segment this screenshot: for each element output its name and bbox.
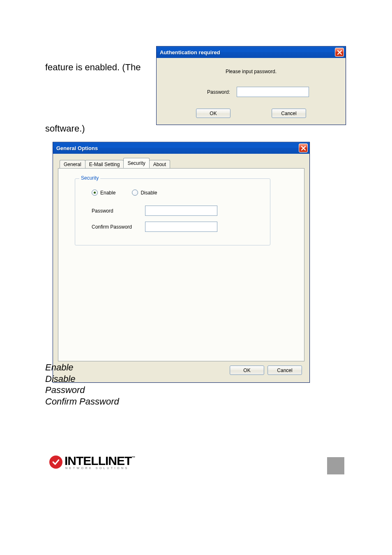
tab-about[interactable]: About [149,160,170,169]
close-icon[interactable] [335,48,344,57]
security-confirm-password-input[interactable] [145,222,217,232]
cancel-button[interactable]: Cancel [272,109,306,118]
page-number-box [327,457,344,474]
tab-email-setting[interactable]: E-Mail Setting [85,160,124,169]
tab-security[interactable]: Security [123,158,149,168]
password-input[interactable] [237,87,309,97]
auth-title: Authentication required [160,49,220,56]
password-label: Password [92,208,141,214]
term-password: Password [45,384,119,396]
term-list: Enable Disable Password Confirm Password [45,362,119,407]
disable-radio-label: Disable [141,190,157,196]
auth-message: Please input password. [157,69,346,74]
radio-icon [92,190,98,196]
cancel-button[interactable]: Cancel [267,365,302,375]
term-disable: Disable [45,373,119,385]
enable-radio[interactable]: Enable [92,190,115,196]
confirm-password-label: Confirm Password [92,224,141,230]
ok-button[interactable]: OK [196,109,231,118]
body-text-fragment: software.) [45,123,85,135]
brand-logo: INTELLINET™ NETWORK SOLUTIONS [49,455,135,469]
enable-radio-label: Enable [100,190,115,196]
radio-icon [132,190,138,196]
options-title: General Options [56,145,98,151]
options-titlebar[interactable]: General Options [53,142,309,154]
auth-dialog: Authentication required Please input pas… [156,46,346,125]
body-text-fragment: feature is enabled. (The [45,61,141,74]
security-tabpanel: Security Enable Disable Password [58,168,304,361]
close-icon[interactable] [299,143,308,153]
auth-titlebar[interactable]: Authentication required [157,46,346,58]
ok-button[interactable]: OK [230,365,264,375]
term-confirm-password: Confirm Password [45,396,119,407]
groupbox-legend: Security [79,175,100,181]
term-enable: Enable [45,362,119,373]
security-password-input[interactable] [145,206,217,216]
general-options-dialog: General Options General E-Mail Setting S… [53,142,310,383]
disable-radio[interactable]: Disable [132,190,157,196]
check-icon [49,456,62,469]
brand-tagline: NETWORK SOLUTIONS [65,467,135,469]
tab-general[interactable]: General [60,160,85,169]
security-groupbox: Security Enable Disable Password [75,178,270,245]
brand-name: INTELLINET [65,454,131,467]
password-label: Password: [193,89,230,95]
tab-bar: General E-Mail Setting Security About [60,158,304,168]
